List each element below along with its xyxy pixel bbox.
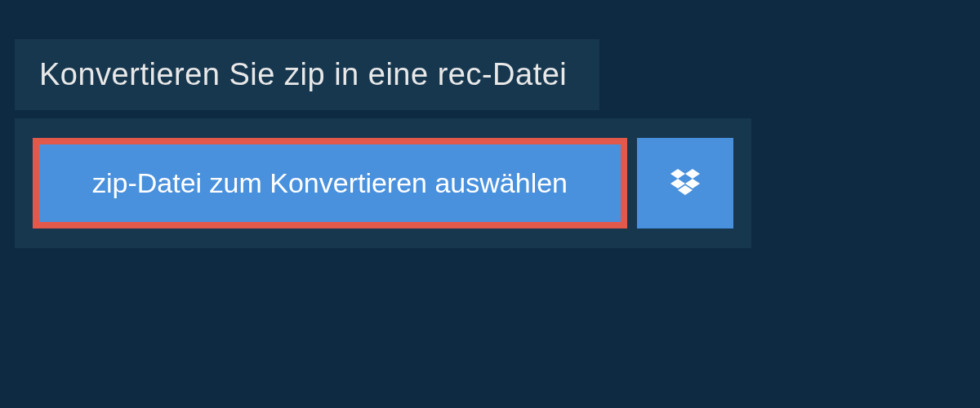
select-file-button[interactable]: zip-Datei zum Konvertieren auswählen <box>33 138 627 228</box>
page-title: Konvertieren Sie zip in eine rec-Datei <box>39 57 567 92</box>
select-file-button-label: zip-Datei zum Konvertieren auswählen <box>92 167 568 199</box>
file-select-panel: zip-Datei zum Konvertieren auswählen <box>15 118 751 248</box>
page-header: Konvertieren Sie zip in eine rec-Datei <box>15 39 599 110</box>
dropbox-button[interactable] <box>637 138 733 228</box>
dropbox-icon <box>670 169 700 198</box>
